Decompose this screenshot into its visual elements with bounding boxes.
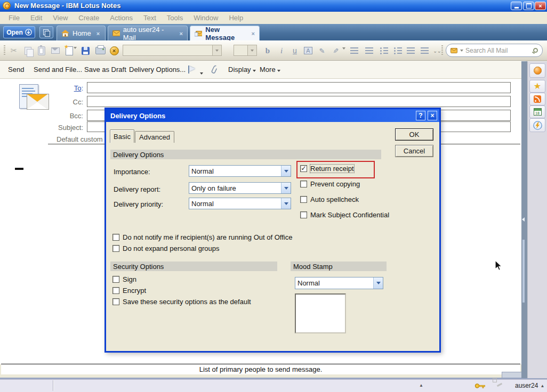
attachment-icon[interactable]	[211, 64, 218, 75]
font-combo[interactable]	[123, 45, 222, 56]
toolbar-grip-2[interactable]	[441, 45, 443, 56]
mark-confidential-checkbox[interactable]	[300, 211, 307, 218]
favorites-button[interactable]: ★	[529, 80, 545, 93]
copy-icon[interactable]	[21, 44, 34, 57]
tab-new-message-close-icon[interactable]: ×	[252, 30, 255, 37]
bullet-list-icon[interactable]	[377, 44, 390, 57]
menu-tools[interactable]: Tools	[162, 13, 188, 23]
delivery-options-button[interactable]: Delivery Options...	[129, 66, 186, 74]
activities-button[interactable]	[529, 118, 545, 132]
tab-mail[interactable]: auto user24 - Mail ×	[108, 26, 188, 40]
save-as-draft-button[interactable]: Save as Draft	[84, 66, 126, 74]
pen-icon[interactable]: ✎	[316, 44, 328, 57]
delivery-report-select[interactable]: Only on failure	[189, 182, 291, 194]
tab-new-message[interactable]: New Message ×	[190, 26, 260, 40]
mood-stamp-dropdown-icon[interactable]	[373, 277, 383, 289]
highlighter-icon[interactable]: ✎	[329, 44, 342, 57]
sidebar-collapse-icon[interactable]	[522, 217, 525, 222]
outdent-icon[interactable]	[363, 44, 375, 57]
to-link[interactable]: To	[74, 84, 82, 92]
encrypt-checkbox[interactable]	[112, 287, 119, 294]
location-menu[interactable]: auser24 ▲	[515, 382, 544, 389]
print-icon[interactable]	[94, 44, 107, 57]
mail-link-icon[interactable]	[49, 44, 62, 57]
delivery-priority-dropdown-icon[interactable]	[281, 198, 291, 209]
save-security-default-checkbox[interactable]	[112, 298, 119, 305]
no-expand-groups-checkbox[interactable]	[112, 245, 119, 252]
checkbox-out-of-office[interactable]: Do not notify me if recipient(s) are run…	[112, 234, 292, 241]
menu-create[interactable]: Create	[73, 13, 104, 23]
key-icon[interactable]	[474, 383, 486, 389]
tab-advanced[interactable]: Advanced	[135, 131, 174, 143]
save-icon[interactable]	[79, 44, 92, 57]
checkbox-no-expand-groups[interactable]: Do not expand personal groups	[112, 245, 219, 252]
menu-help[interactable]: Help	[223, 13, 248, 23]
menu-text[interactable]: Text	[138, 13, 162, 23]
menu-view[interactable]: View	[47, 13, 73, 23]
bcc-label[interactable]: Bcc:	[53, 112, 83, 120]
feeds-button[interactable]	[529, 93, 545, 105]
thumbnails-button[interactable]	[39, 26, 53, 38]
bold-button[interactable]: b	[261, 44, 274, 57]
text-properties-button[interactable]: A	[302, 44, 315, 57]
numbered-list-icon[interactable]	[391, 44, 404, 57]
font-combo-arrow-icon[interactable]	[212, 45, 221, 55]
out-of-office-checkbox[interactable]	[112, 234, 119, 241]
checkbox-encrypt[interactable]: Encrypt	[112, 287, 146, 295]
ok-button[interactable]: OK	[395, 128, 433, 141]
importance-dropdown-icon[interactable]	[281, 166, 291, 176]
flag-dropdown-icon[interactable]	[198, 68, 203, 76]
mood-stamp-select[interactable]: Normal	[295, 277, 383, 289]
dialog-help-button[interactable]: ?	[416, 111, 425, 120]
search-input[interactable]: Search All Mail	[465, 47, 531, 54]
tab-mail-close-icon[interactable]: ×	[180, 30, 183, 37]
toolbar-overflow-icon[interactable]: ⌄⌄	[433, 48, 441, 54]
sametime-status-button[interactable]	[529, 63, 545, 78]
checkbox-sign[interactable]: Sign	[112, 276, 136, 283]
checkbox-mark-confidential[interactable]: Mark Subject Confidential	[300, 211, 389, 219]
importance-select[interactable]: Normal	[189, 165, 291, 177]
calendar-button[interactable]: 18	[529, 105, 545, 118]
indent-icon[interactable]	[348, 44, 360, 57]
tab-home-close-icon[interactable]: ×	[96, 30, 100, 37]
underline-button[interactable]: u	[288, 44, 301, 57]
cc-field[interactable]	[87, 96, 511, 107]
sign-checkbox[interactable]	[112, 276, 119, 283]
menu-edit[interactable]: Edit	[25, 13, 47, 23]
close-button[interactable]: ×	[535, 2, 546, 10]
search-icon[interactable]	[533, 48, 538, 53]
display-menu-button[interactable]: Display	[228, 66, 256, 74]
menu-actions[interactable]: Actions	[104, 13, 138, 23]
minimize-button[interactable]	[511, 2, 522, 10]
new-document-dropdown-icon[interactable]	[74, 49, 77, 57]
delivery-report-dropdown-icon[interactable]	[281, 183, 291, 193]
tab-basic[interactable]: Basic	[110, 129, 134, 143]
cut-icon[interactable]: ✂	[7, 44, 20, 57]
dialog-title-bar[interactable]: Delivery Options	[106, 109, 439, 122]
tab-home[interactable]: Home ×	[57, 26, 106, 40]
more-menu-button[interactable]: More	[260, 66, 280, 74]
send-button[interactable]: Send	[8, 66, 24, 74]
checkbox-prevent-copying[interactable]: Prevent copying	[300, 181, 360, 188]
font-size-combo[interactable]	[234, 45, 257, 56]
subject-label[interactable]: Subject:	[53, 124, 83, 132]
cc-label[interactable]: Cc:	[53, 98, 83, 106]
italic-button[interactable]: i	[275, 44, 288, 57]
cancel-button[interactable]: Cancel	[395, 145, 433, 157]
checkbox-auto-spellcheck[interactable]: Auto spellcheck	[300, 196, 359, 203]
status-expand-icon[interactable]: ▲	[419, 383, 423, 388]
search-scope-dropdown-icon[interactable]	[460, 50, 463, 52]
align-center-icon[interactable]	[404, 44, 417, 57]
justify-icon[interactable]	[418, 44, 431, 57]
stop-icon[interactable]: ×	[108, 44, 120, 57]
toolbar-grip[interactable]	[4, 45, 5, 56]
open-button[interactable]: Open	[3, 26, 35, 38]
prevent-copying-checkbox[interactable]	[300, 181, 307, 187]
checkbox-save-security-default[interactable]: Save these security options as the defau…	[112, 298, 251, 306]
dialog-close-button[interactable]: ×	[428, 111, 437, 120]
search-box[interactable]: Search All Mail	[446, 44, 543, 57]
paste-icon[interactable]	[35, 44, 48, 57]
menu-file[interactable]: File	[3, 13, 25, 23]
to-field[interactable]	[87, 82, 511, 93]
send-and-file-button[interactable]: Send and File...	[34, 66, 82, 74]
